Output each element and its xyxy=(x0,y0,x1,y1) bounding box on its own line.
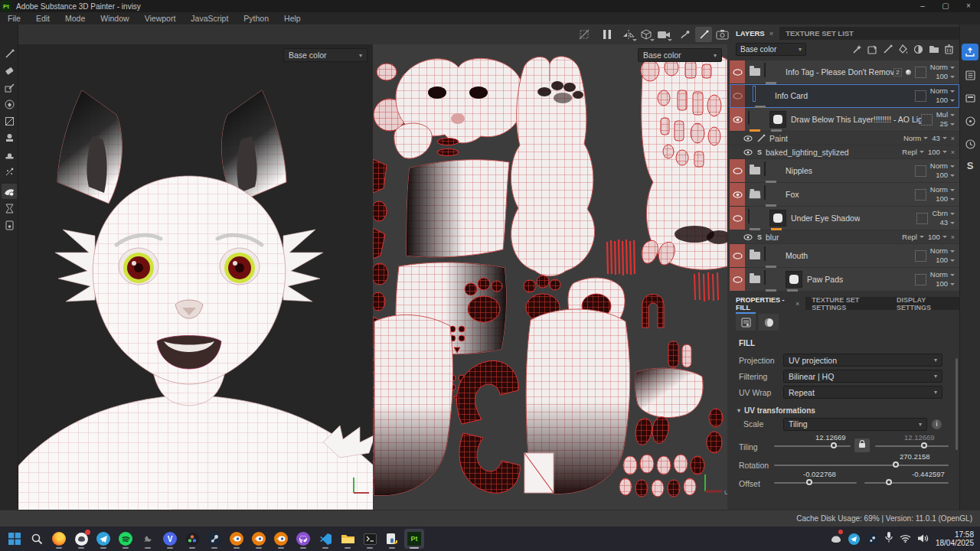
paint-brush-mode-icon[interactable] xyxy=(695,27,712,42)
layer-row-info-tag[interactable]: Info Tag - Please Don't Remove :) 2 Norm… xyxy=(730,60,959,84)
steam-icon[interactable] xyxy=(204,529,224,549)
tab-display-settings[interactable]: DISPLAY SETTINGS xyxy=(890,297,959,310)
tool-polygon-fill-icon[interactable] xyxy=(2,96,17,112)
telegram-icon[interactable] xyxy=(93,529,113,549)
model-3d-canvas[interactable] xyxy=(18,44,373,510)
search-button[interactable] xyxy=(27,529,47,549)
firefox-icon[interactable] xyxy=(49,529,69,549)
tool-eraser-icon[interactable] xyxy=(2,63,17,78)
uv-transformations-header[interactable]: ▾ UV transformations xyxy=(730,400,959,416)
material-properties-tab-icon[interactable] xyxy=(736,314,756,331)
tool-history-hourglass-icon[interactable] xyxy=(2,201,17,216)
menu-window[interactable]: Window xyxy=(93,12,136,24)
remove-effect-icon[interactable]: × xyxy=(951,233,955,241)
rotation-value[interactable]: 270.2158 xyxy=(900,452,930,461)
add-mask-icon[interactable] xyxy=(913,44,923,54)
opacity-dropdown[interactable]: 100 xyxy=(936,279,955,289)
uv-2d-canvas[interactable]: U xyxy=(373,44,727,510)
microphone-tray-icon[interactable] xyxy=(885,532,893,546)
layer-row-under-eye-shadow[interactable]: Under Eye Shadow Cbrn 43 xyxy=(730,207,959,230)
offset-x-slider[interactable] xyxy=(774,482,857,484)
layer-row-nipples[interactable]: Nipples Norm 100 xyxy=(730,159,959,183)
tab-texture-set-settings[interactable]: TEXTURE SET SETTINGS xyxy=(805,297,890,310)
remove-effect-icon[interactable]: × xyxy=(951,148,955,156)
mask-slot[interactable] xyxy=(916,213,928,224)
discord-tray-icon[interactable] xyxy=(831,532,841,546)
layer-mask-thumbnail[interactable] xyxy=(769,111,786,128)
blender-icon-2[interactable] xyxy=(249,529,269,549)
davinci-resolve-icon[interactable] xyxy=(182,529,202,549)
minimize-button[interactable]: – xyxy=(911,0,934,12)
opacity-dropdown[interactable]: 100 xyxy=(936,256,955,265)
discord-icon[interactable] xyxy=(71,529,91,549)
layer-mask-thumbnail[interactable] xyxy=(769,210,786,227)
start-button[interactable] xyxy=(5,529,24,549)
viewport-3d[interactable]: Base color▾ xyxy=(18,44,373,510)
add-effect-wand-icon[interactable] xyxy=(852,44,862,54)
layer-thumbnail[interactable] xyxy=(753,86,755,101)
menu-mode[interactable]: Mode xyxy=(57,12,93,24)
layer-thumbnail[interactable] xyxy=(764,270,766,285)
disc-resources-icon[interactable] xyxy=(962,112,978,129)
python-file-icon[interactable] xyxy=(382,529,402,549)
sphere-properties-tab-icon[interactable] xyxy=(759,314,779,331)
opacity-dropdown[interactable]: 100 xyxy=(936,96,955,105)
tool-brush-icon[interactable] xyxy=(2,46,17,61)
close-icon[interactable]: × xyxy=(795,300,799,308)
shelf-inbox-icon[interactable] xyxy=(962,90,978,106)
stencil-disabled-icon[interactable] xyxy=(576,27,593,42)
goose-app-icon[interactable] xyxy=(138,529,158,549)
layer-thumbnail[interactable] xyxy=(748,209,750,223)
projection-mode-cube-icon[interactable] xyxy=(638,27,655,42)
layer-visibility-toggle[interactable] xyxy=(730,60,745,83)
tool-clone-icon[interactable] xyxy=(2,130,17,145)
tool-smudge-icon[interactable] xyxy=(2,113,17,129)
opacity-dropdown[interactable]: 100 xyxy=(928,233,947,241)
mask-slot[interactable] xyxy=(915,90,926,102)
mask-slot[interactable] xyxy=(921,114,933,126)
add-smart-material-icon[interactable] xyxy=(867,44,877,54)
tiling-x-slider[interactable] xyxy=(774,445,851,447)
mask-slot[interactable] xyxy=(915,189,926,201)
layer-thumbnail[interactable] xyxy=(748,110,750,125)
lazy-mouse-icon[interactable] xyxy=(677,27,694,42)
layer-visibility-toggle[interactable] xyxy=(730,159,745,182)
wifi-tray-icon[interactable] xyxy=(900,532,911,546)
tool-particles-icon[interactable] xyxy=(2,164,17,179)
tab-layers[interactable]: LAYERS× xyxy=(730,27,779,40)
mask-slot[interactable] xyxy=(915,274,926,285)
filtering-select[interactable]: Bilinear | HQ▾ xyxy=(783,370,942,383)
layer-row-paw-pads[interactable]: Paw Pads Norm 100 xyxy=(730,268,959,292)
export-icon[interactable] xyxy=(962,44,978,60)
blend-mode-dropdown[interactable]: Norm xyxy=(930,63,955,72)
blend-mode-dropdown[interactable]: Cbrn xyxy=(932,209,955,218)
maximize-button[interactable]: ▢ xyxy=(934,0,957,12)
offset-y-knob[interactable] xyxy=(886,479,892,485)
blend-mode-dropdown[interactable]: Norm xyxy=(930,270,955,279)
offset-x-value[interactable]: -0.022768 xyxy=(803,470,836,478)
properties-scrollbar[interactable] xyxy=(956,358,958,450)
telegram-tray-icon[interactable] xyxy=(848,533,860,545)
camera-mode-icon[interactable] xyxy=(655,27,672,42)
rotation-slider[interactable] xyxy=(774,465,949,466)
file-explorer-icon[interactable] xyxy=(338,529,358,549)
layer-thumbnail[interactable] xyxy=(764,246,766,261)
layer-visibility-toggle[interactable] xyxy=(730,268,745,291)
blend-mode-dropdown[interactable]: Repl xyxy=(902,233,924,241)
layer-visibility-toggle[interactable] xyxy=(730,84,745,107)
opacity-dropdown[interactable]: 43 xyxy=(932,134,947,142)
layer-row-info-card[interactable]: Info Card Norm 100 xyxy=(730,84,959,108)
layer-thumbnail[interactable] xyxy=(764,185,766,200)
tab-properties-fill[interactable]: PROPERTIES - FILL× xyxy=(730,297,805,310)
offset-y-slider[interactable] xyxy=(864,482,949,484)
uv-wrap-select[interactable]: Repeat▾ xyxy=(783,386,942,399)
pause-engine-icon[interactable] xyxy=(599,27,616,42)
vscode-icon[interactable] xyxy=(315,529,335,549)
substance-share-icon[interactable]: S xyxy=(962,157,978,174)
tiling-x-value[interactable]: 12.12669 xyxy=(815,433,846,442)
tiling-y-slider[interactable] xyxy=(875,445,949,447)
opacity-dropdown[interactable]: 100 xyxy=(928,148,947,156)
viewport2d-channel-dropdown[interactable]: Base color▾ xyxy=(638,48,722,62)
layer-visibility-toggle[interactable] xyxy=(730,230,756,243)
github-desktop-icon[interactable] xyxy=(293,529,313,549)
